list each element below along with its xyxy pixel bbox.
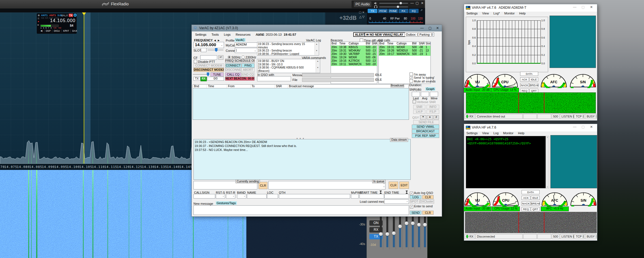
mixer-slider-knob[interactable] bbox=[411, 221, 415, 225]
snr-last-field[interactable] bbox=[412, 92, 420, 97]
in-qso-field[interactable] bbox=[257, 76, 291, 81]
vara2-titlebar[interactable]: VARA HF v4.7.6 — ▢ ✕ bbox=[464, 124, 597, 131]
qth-field[interactable] bbox=[279, 194, 350, 199]
column-header[interactable]: SNR bbox=[371, 42, 377, 45]
varac-titlebar[interactable]: 🗨 VarAC by 4Z1AC (V7.3.0) — ▢ ✕ bbox=[192, 25, 442, 31]
waterfall-gain-value[interactable]: +32dB bbox=[339, 15, 357, 21]
flag-button-xrit[interactable]: X/RIT bbox=[61, 29, 70, 32]
cf-swap-button[interactable]: ↩ bbox=[218, 55, 223, 60]
rst-r-combo[interactable]: ⌄ bbox=[226, 194, 235, 199]
menu-settings[interactable]: Settings bbox=[195, 33, 206, 36]
cf-field[interactable] bbox=[200, 55, 217, 60]
sdr-tab-pcw[interactable]: P/CW bbox=[378, 9, 387, 13]
freq-next-icon[interactable]: ► bbox=[217, 39, 220, 42]
mixer-slider[interactable] bbox=[412, 213, 414, 247]
column-header[interactable]: BW bbox=[412, 42, 418, 45]
tx-badge[interactable]: TX bbox=[69, 14, 73, 17]
qso-chat-area[interactable]: 19:36:23 - <SENDING BEACON ON 20m> DE AD… bbox=[193, 139, 411, 180]
maximize-button[interactable]: ▢ bbox=[415, 1, 419, 5]
close-button[interactable]: ✕ bbox=[436, 25, 439, 31]
gestures-tags-button[interactable]: Gestures/Tags bbox=[216, 201, 237, 205]
menu-settings[interactable]: Settings bbox=[466, 12, 478, 15]
qsy-up-button[interactable]: ▲ bbox=[427, 115, 433, 120]
connect-button[interactable]: CONNECT bbox=[225, 63, 241, 68]
disconnect-button[interactable]: DISCONNECT bbox=[225, 68, 241, 72]
broadcast-column-header[interactable]: SNR bbox=[275, 85, 288, 88]
mixer-slider-knob[interactable] bbox=[385, 232, 389, 236]
column-header[interactable]: Time bbox=[387, 42, 396, 45]
lhp-button[interactable]: LH.P bbox=[413, 110, 425, 114]
freq-schedule-button[interactable]: FREQ SCHEDULE OFF bbox=[225, 59, 255, 63]
flag-button-dsp[interactable]: DSP bbox=[44, 29, 52, 32]
vmail-button[interactable]: ✉ NO NEW VMAIL bbox=[365, 32, 393, 37]
end-time-field[interactable] bbox=[384, 194, 409, 199]
log-button[interactable]: LOG bbox=[410, 195, 421, 199]
end-cq-button[interactable]: END CQ bbox=[242, 73, 255, 76]
disable-ptt-checkbox[interactable]: Disable PTT bbox=[194, 60, 215, 63]
column-header[interactable]: Callsign bbox=[348, 42, 365, 45]
mixer-slider[interactable] bbox=[399, 213, 401, 247]
broadcasts-button[interactable]: Broadcasts bbox=[391, 84, 404, 88]
speaker-volume-knob[interactable] bbox=[400, 2, 402, 4]
close-button[interactable]: ✕ bbox=[590, 125, 593, 129]
sdr-tab-rx[interactable]: RX bbox=[399, 9, 408, 13]
snr-button[interactable]: SNR bbox=[413, 105, 425, 109]
terminal-scrollbar[interactable]: ∧∨ bbox=[546, 136, 549, 188]
vara1-titlebar[interactable]: VARA HF v4.7.6 AD6DM AD6DM-T — ▢ ✕ bbox=[464, 4, 597, 12]
mute-sounds-checkbox[interactable]: Mute all sounds bbox=[410, 79, 436, 83]
parking-counter[interactable]: Parking: 0 bbox=[418, 33, 434, 37]
sdr-tab-tx[interactable]: TX bbox=[368, 9, 377, 13]
menu-resources[interactable]: Resources bbox=[236, 33, 251, 36]
data-stream-button[interactable]: Data stream bbox=[390, 138, 408, 142]
enter-to-send-checkbox[interactable]: ✓ Enter to send bbox=[410, 204, 433, 208]
column-header[interactable]: Callsign bbox=[396, 42, 412, 45]
call-cq-button[interactable]: CALL CQ bbox=[225, 73, 241, 76]
record-icon[interactable]: ● bbox=[38, 20, 40, 23]
mixer-slider-knob[interactable] bbox=[398, 225, 402, 228]
mixer-slider[interactable] bbox=[406, 213, 408, 247]
audio-profile-badge[interactable]: A bbox=[74, 14, 77, 17]
slot-field[interactable] bbox=[201, 48, 206, 52]
expand-icon[interactable]: ⇗ bbox=[420, 8, 423, 12]
drive-slider[interactable] bbox=[193, 74, 209, 75]
qsy-down-button[interactable]: ▼ bbox=[420, 115, 426, 120]
maximize-button[interactable]: ▢ bbox=[581, 125, 585, 129]
menu-settings[interactable]: Settings bbox=[466, 131, 478, 135]
gain-up-down-buttons[interactable]: △▽ bbox=[359, 15, 365, 19]
broadcast-column-header[interactable]: To bbox=[251, 85, 275, 88]
mute-icon[interactable]: ⊗ bbox=[38, 14, 40, 17]
rst-s-combo[interactable]: ⌄ bbox=[216, 194, 225, 199]
snr-graph-button[interactable]: Graph bbox=[425, 87, 435, 91]
slice-frequency[interactable]: 14.105.000 bbox=[50, 18, 76, 23]
vara-commands-box[interactable]: ▲▼19:38:50 - BUSY ON19:38:56 - SN -10.01… bbox=[257, 59, 320, 73]
connect-modem-button[interactable]: CONNECT MODEM bbox=[193, 63, 224, 68]
table-row[interactable]: 20m19:30VA7RBP500-15 bbox=[331, 52, 377, 56]
queue-clear-button[interactable]: CLR bbox=[389, 182, 398, 189]
column-header[interactable]: Slot bbox=[425, 42, 430, 45]
menu-view[interactable]: View bbox=[482, 12, 489, 15]
connect-combobox[interactable]: | ⌄ bbox=[235, 48, 257, 53]
sdr-tab-phne[interactable]: PHNE bbox=[388, 9, 398, 13]
broadcast-button[interactable]: BROADCAST bbox=[412, 129, 439, 133]
menu-view[interactable]: View bbox=[482, 131, 489, 135]
mixer-slider-knob[interactable] bbox=[405, 221, 408, 225]
minimize-button[interactable]: — bbox=[410, 1, 414, 5]
info-button[interactable]: INFO bbox=[427, 105, 439, 109]
menu-monitor[interactable]: Monitor bbox=[503, 131, 514, 135]
abort-button[interactable]: ABORT bbox=[242, 68, 255, 72]
broadcast-column-header[interactable]: Time bbox=[207, 85, 227, 88]
mixer-slider[interactable] bbox=[380, 213, 382, 247]
in-queue-box[interactable]: ∧∨ bbox=[268, 181, 385, 189]
band-combo[interactable]: ⌄ bbox=[237, 194, 246, 199]
minimize-button[interactable]: — bbox=[573, 125, 576, 129]
mixer-slider[interactable] bbox=[424, 213, 426, 247]
column-header[interactable]: Time bbox=[339, 42, 348, 45]
send-vmail-button[interactable]: SEND VMAIL bbox=[412, 125, 439, 129]
menu-logs[interactable]: Logs bbox=[224, 33, 231, 36]
name-field[interactable] bbox=[247, 194, 267, 199]
table-row[interactable]: 20m19:31WD4KAV500-13 bbox=[331, 49, 377, 52]
column-header[interactable]: SNR bbox=[418, 42, 425, 45]
fsp-button[interactable]: FS.P bbox=[427, 110, 439, 114]
table-row[interactable]: 20m19:17WA9WCN500-191 bbox=[379, 52, 430, 56]
column-header[interactable]: Bnd bbox=[379, 42, 387, 45]
